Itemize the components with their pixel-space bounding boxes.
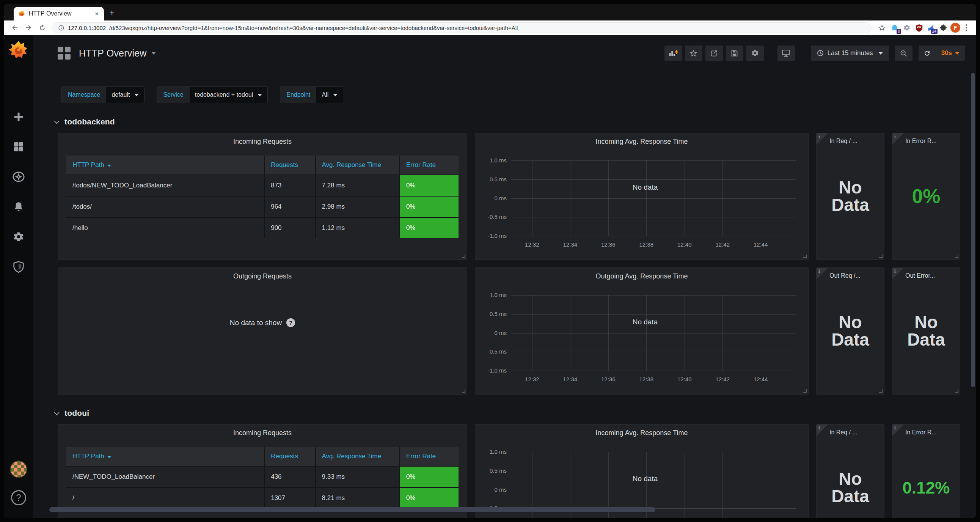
refresh-button[interactable] — [919, 46, 936, 61]
sidebar-item-dashboards[interactable] — [4, 132, 33, 162]
column-header-error-rate[interactable]: Error Rate — [400, 447, 458, 466]
panel-title[interactable]: Out Req /... — [829, 272, 881, 279]
panel-title[interactable]: In Error R... — [905, 138, 957, 145]
forward-button[interactable] — [23, 22, 34, 33]
panel-info-corner[interactable]: i — [816, 425, 828, 436]
browser-window: HTTP Overview × + 127.0.0.1:3002/d/523wq… — [4, 4, 976, 518]
no-data-message: No data to show ? — [58, 318, 467, 327]
panel-title[interactable]: Outgoing Requests — [58, 268, 467, 280]
panel-resize-handle[interactable] — [955, 255, 958, 258]
chevron-down-icon[interactable] — [151, 52, 156, 55]
chart-plot-area[interactable]: No data 1.0 ms0.5 ms0 ms-0.5 ms-1.0 ms12… — [511, 161, 796, 236]
share-dashboard-button[interactable] — [705, 46, 723, 61]
extensions-puzzle-button[interactable] — [938, 23, 948, 33]
panel-info-corner[interactable]: i — [816, 133, 828, 145]
column-header-avg-response-time[interactable]: Avg. Response Time — [315, 447, 400, 466]
extension-label: UO — [914, 25, 924, 29]
panel-info-corner[interactable]: i — [816, 268, 828, 279]
requests-table: HTTP PathRequestsAvg. Response TimeError… — [66, 447, 458, 508]
back-button[interactable] — [9, 22, 21, 33]
panel-info-corner[interactable]: i — [892, 268, 904, 279]
extension-proxy[interactable]: 24 — [926, 23, 936, 33]
panel-info-corner[interactable]: i — [892, 133, 904, 145]
panel-title[interactable]: Incoming Avg. Response Time — [475, 425, 808, 437]
row-header-todobackend[interactable]: todobackend — [56, 116, 976, 127]
row-header-todoui[interactable]: todoui — [56, 407, 976, 419]
dashboard-settings-button[interactable] — [746, 46, 764, 61]
add-panel-button[interactable] — [665, 46, 682, 61]
column-header-error-rate[interactable]: Error Rate — [400, 156, 458, 175]
row-title: todobackend — [64, 117, 115, 126]
sidebar-item-configuration[interactable] — [4, 221, 33, 251]
cycle-view-button[interactable] — [778, 46, 795, 61]
stat-value: 0.12% — [892, 479, 960, 496]
save-dashboard-button[interactable] — [726, 46, 743, 61]
panel-title[interactable]: Incoming Avg. Response Time — [475, 133, 808, 146]
filter-value-dropdown[interactable]: todobackend + todoui — [189, 87, 267, 103]
panel-resize-handle[interactable] — [462, 389, 465, 393]
zoom-out-icon — [900, 49, 908, 57]
bookmark-star-button[interactable] — [876, 22, 888, 33]
vertical-scrollbar-thumb[interactable] — [971, 73, 975, 387]
panel-title[interactable]: In Req / ... — [829, 138, 881, 145]
new-tab-button[interactable]: + — [109, 8, 115, 18]
panel-row: Incoming Requests HTTP PathRequestsAvg. … — [58, 424, 976, 518]
time-range-picker[interactable]: Last 15 minutes — [811, 46, 889, 61]
panel-row: Outgoing Requests No data to show ? Outg… — [58, 267, 976, 395]
panel-title[interactable]: Outgoing Avg. Response Time — [475, 268, 808, 280]
horizontal-scrollbar-thumb[interactable] — [49, 507, 655, 512]
chevron-down-icon — [134, 94, 139, 96]
column-header-requests[interactable]: Requests — [264, 447, 315, 466]
x-axis-tick-label: 12:38 — [639, 241, 654, 248]
x-axis-tick-label: 12:42 — [715, 241, 730, 248]
panel-title[interactable]: In Req / ... — [829, 429, 881, 436]
sidebar-item-alerting[interactable] — [4, 192, 33, 221]
panel-info-corner[interactable]: i — [892, 425, 904, 436]
cell-requests: 1307 — [264, 487, 315, 508]
reload-button[interactable] — [37, 22, 48, 33]
panel-title[interactable]: Incoming Requests — [58, 425, 467, 437]
page-info-icon[interactable] — [58, 25, 64, 31]
panel-title[interactable]: Out Error... — [905, 272, 957, 279]
zoom-out-button[interactable] — [895, 46, 913, 61]
refresh-picker: 30s — [919, 46, 965, 61]
panel-resize-handle[interactable] — [879, 255, 883, 258]
sidebar-item-create[interactable] — [4, 102, 33, 132]
column-header-avg-response-time[interactable]: Avg. Response Time — [315, 156, 400, 175]
profile-avatar[interactable]: F — [950, 23, 960, 33]
sidebar-item-server-admin[interactable] — [4, 251, 33, 282]
extension-ghostery[interactable]: 0 — [890, 23, 900, 33]
extension-ublock[interactable]: UO — [914, 23, 924, 33]
cell-avg-response-time: 2.98 ms — [315, 196, 400, 217]
sidebar-item-explore[interactable] — [4, 162, 33, 192]
chart-plot-area[interactable]: No data 1.0 ms0.5 ms0 ms-0.5 ms-1.0 ms12… — [511, 295, 796, 371]
panel-title[interactable]: In Error R... — [905, 429, 957, 436]
filter-label: Namespace — [62, 87, 106, 103]
panel-resize-handle[interactable] — [462, 255, 465, 258]
browser-menu-button[interactable] — [966, 27, 967, 29]
user-avatar[interactable] — [10, 460, 27, 478]
extension-settings[interactable] — [902, 23, 912, 33]
tab-close-button[interactable]: × — [93, 10, 100, 18]
panel-resize-handle[interactable] — [803, 389, 807, 393]
panel-resize-handle[interactable] — [879, 389, 883, 393]
refresh-interval-dropdown[interactable]: 30s — [936, 49, 965, 57]
panel-title[interactable]: Incoming Requests — [58, 133, 467, 146]
monitor-icon — [782, 49, 791, 57]
help-button[interactable]: ? — [11, 490, 26, 505]
column-header-http-path[interactable]: HTTP Path — [66, 156, 264, 175]
dashboard-title[interactable]: HTTP Overview — [79, 48, 147, 59]
url-bar[interactable]: 127.0.0.1:3002/d/523wqxqmz/http-overview… — [52, 22, 872, 33]
column-header-requests[interactable]: Requests — [264, 156, 315, 175]
help-circle-icon[interactable]: ? — [286, 318, 295, 327]
column-header-http-path[interactable]: HTTP Path — [66, 447, 264, 466]
panel-resize-handle[interactable] — [803, 255, 807, 258]
browser-tab[interactable]: HTTP Overview × — [14, 7, 104, 21]
cell-requests: 873 — [264, 175, 315, 196]
panel-resize-handle[interactable] — [955, 389, 958, 393]
filter-value-dropdown[interactable]: default — [106, 87, 144, 103]
star-dashboard-button[interactable] — [685, 46, 702, 61]
dashboard-toolbar: Last 15 minutes 30s — [662, 46, 965, 61]
filter-value-dropdown[interactable]: All — [316, 87, 343, 103]
grafana-logo[interactable] — [8, 40, 29, 61]
